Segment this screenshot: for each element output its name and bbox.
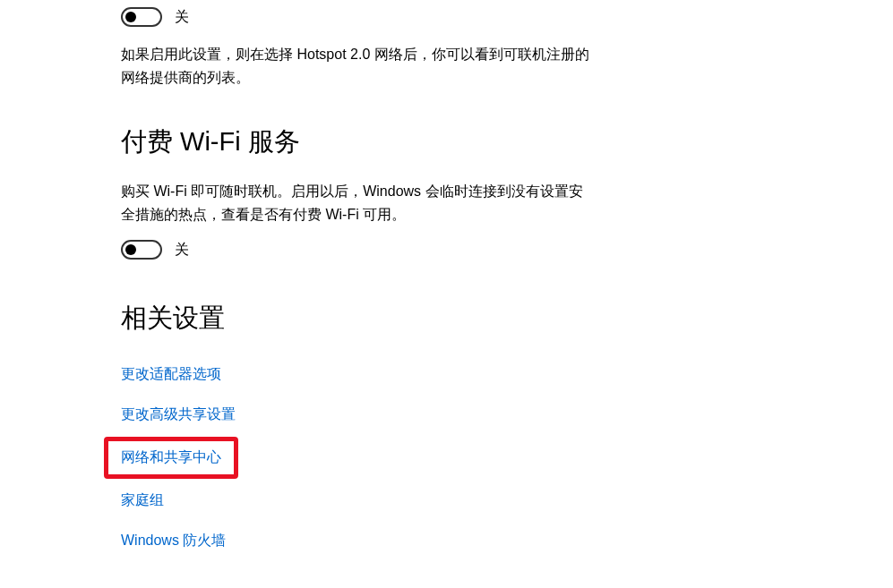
link-windows-firewall[interactable]: Windows 防火墙 xyxy=(121,521,226,561)
paid-wifi-toggle-label: 关 xyxy=(175,241,189,260)
hotspot-description: 如果启用此设置，则在选择 Hotspot 2.0 网络后，你可以看到可联机注册的… xyxy=(121,43,596,89)
link-homegroup[interactable]: 家庭组 xyxy=(121,481,164,521)
link-network-sharing-center[interactable]: 网络和共享中心 xyxy=(121,448,221,467)
link-adapter-options[interactable]: 更改适配器选项 xyxy=(121,354,221,395)
hotspot-toggle-label: 关 xyxy=(175,8,189,27)
toggle-knob-icon xyxy=(125,244,136,255)
related-settings-heading: 相关设置 xyxy=(121,301,893,337)
highlight-annotation: 网络和共享中心 xyxy=(104,437,238,479)
paid-wifi-toggle[interactable] xyxy=(121,240,162,260)
hotspot-toggle[interactable] xyxy=(121,7,162,27)
link-advanced-sharing[interactable]: 更改高级共享设置 xyxy=(121,395,236,435)
toggle-knob-icon xyxy=(125,12,136,22)
paid-wifi-heading: 付费 Wi-Fi 服务 xyxy=(121,124,893,160)
paid-wifi-description: 购买 Wi-Fi 即可随时联机。启用以后，Windows 会临时连接到没有设置安… xyxy=(121,180,596,226)
